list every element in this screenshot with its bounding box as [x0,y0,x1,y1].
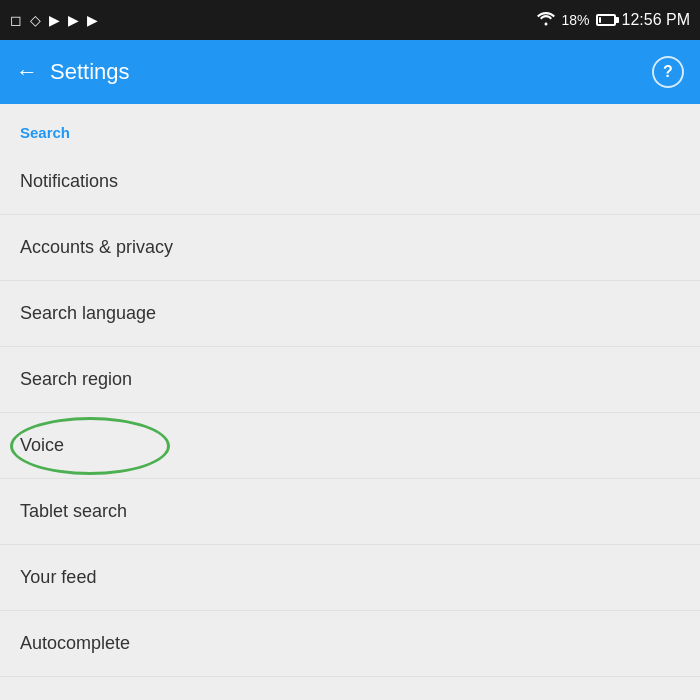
app-bar: ← Settings ? [0,40,700,104]
status-bar: ◻ ◇ ▶ ▶ ▶ 18% 12:56 PM [0,0,700,40]
battery-icon [596,14,616,26]
menu-item-label: Tablet search [20,501,127,521]
battery-percent: 18% [561,12,589,28]
menu-item-voice[interactable]: Voice [0,413,700,479]
time-display: 12:56 PM [622,11,690,29]
menu-item-autocomplete[interactable]: Autocomplete [0,611,700,677]
menu-item-label: Your feed [20,567,96,587]
menu-item-your-feed[interactable]: Your feed [0,545,700,611]
notification-icon-4: ▶ [68,12,79,28]
notification-icon-3: ▶ [49,12,60,28]
notification-icon-5: ▶ [87,12,98,28]
menu-item-label: Search region [20,369,132,389]
menu-item-label: Notifications [20,171,118,191]
menu-item-label: Autocomplete [20,633,130,653]
page-title: Settings [50,59,130,85]
menu-item-video[interactable]: Video [0,677,700,700]
menu-item-label: Voice [20,435,64,455]
settings-content: Search Notifications Accounts & privacy … [0,104,700,700]
status-bar-left: ◻ ◇ ▶ ▶ ▶ [10,12,98,28]
help-button[interactable]: ? [652,56,684,88]
wifi-icon [537,12,555,29]
notification-icon-1: ◻ [10,12,22,28]
menu-item-label: Accounts & privacy [20,237,173,257]
status-bar-right: 18% 12:56 PM [537,11,690,29]
notification-icon-2: ◇ [30,12,41,28]
menu-item-label: Search language [20,303,156,323]
app-bar-left: ← Settings [16,59,130,85]
menu-item-tablet-search[interactable]: Tablet search [0,479,700,545]
section-header-search: Search [0,104,700,149]
menu-item-accounts-privacy[interactable]: Accounts & privacy [0,215,700,281]
menu-item-notifications[interactable]: Notifications [0,149,700,215]
back-button[interactable]: ← [16,59,38,85]
menu-item-search-region[interactable]: Search region [0,347,700,413]
menu-item-search-language[interactable]: Search language [0,281,700,347]
